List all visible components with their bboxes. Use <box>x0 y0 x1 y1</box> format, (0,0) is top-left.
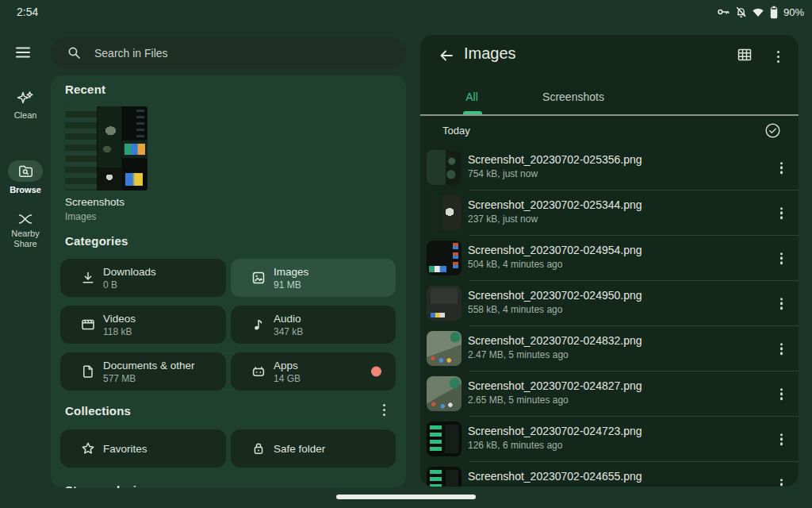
recent-heading: Recent <box>65 83 105 96</box>
sidebar-item-label: Browse <box>0 185 51 195</box>
gesture-navigation-bar[interactable] <box>336 495 476 499</box>
category-size: 14 GB <box>274 373 301 384</box>
file-row[interactable]: Screenshot_20230702-025344.png 237 kB, j… <box>420 190 799 236</box>
browse-panel: Recent Screenshots Images Categories Dow… <box>51 75 406 488</box>
file-row[interactable]: Screenshot_20230702-024950.png 558 kB, 4… <box>420 281 799 326</box>
category-size: 0 B <box>103 279 156 291</box>
file-meta: 2.65 MB, 5 minutes ago <box>468 394 569 406</box>
collection-safe-folder[interactable]: Safe folder <box>231 429 396 468</box>
category-label: Videos <box>103 313 136 325</box>
file-more-icon[interactable] <box>777 430 786 448</box>
collage-tile <box>122 140 147 158</box>
file-more-icon[interactable] <box>777 385 786 403</box>
file-name: Screenshot_20230702-024723.png <box>468 425 642 437</box>
file-meta: 237 kB, just now <box>468 214 538 225</box>
file-name: Screenshot_20230702-025344.png <box>468 198 642 211</box>
recent-item-subtitle: Images <box>65 211 96 222</box>
category-downloads[interactable]: Downloads0 B <box>60 259 226 297</box>
file-more-icon[interactable] <box>777 204 786 222</box>
category-images[interactable]: Images91 MB <box>231 259 396 297</box>
download-icon <box>81 271 95 285</box>
file-thumbnail <box>427 331 462 366</box>
file-thumbnail <box>427 195 462 230</box>
nav-rail: Clean Browse Nearby Share <box>0 24 51 508</box>
clock: 2:54 <box>17 6 38 18</box>
search-bar[interactable]: Search in Files <box>51 37 406 68</box>
category-label: Images <box>274 266 308 278</box>
file-more-icon[interactable] <box>777 249 786 267</box>
file-row[interactable]: Screenshot_20230702-024827.png 2.65 MB, … <box>420 371 799 417</box>
file-list: Screenshot_20230702-025356.png 754 kB, j… <box>420 145 799 487</box>
categories-heading: Categories <box>65 234 128 248</box>
sparkle-icon <box>0 90 51 107</box>
battery-icon <box>769 6 779 19</box>
file-meta: 504 kB, 4 minutes ago <box>468 259 562 270</box>
menu-icon[interactable] <box>16 47 30 58</box>
file-more-icon[interactable] <box>777 159 786 177</box>
category-label: Audio <box>274 313 303 325</box>
category-audio[interactable]: Audio347 kB <box>231 306 396 344</box>
music-note-icon <box>251 318 266 332</box>
folder-search-icon <box>18 164 33 178</box>
file-thumbnail <box>427 376 462 411</box>
file-row[interactable]: Screenshot_20230702-024954.png 504 kB, 4… <box>420 236 799 281</box>
file-meta: 754 kB, just now <box>468 168 538 179</box>
collections-more-icon[interactable] <box>380 401 389 419</box>
file-more-icon[interactable] <box>777 475 786 487</box>
collage-tile <box>65 106 97 190</box>
date-section-row: Today <box>420 115 799 145</box>
collage-tile <box>122 159 147 190</box>
status-bar: 2:54 90% <box>0 0 812 24</box>
date-section-label: Today <box>442 125 470 137</box>
collage-tile <box>98 168 121 190</box>
file-more-icon[interactable] <box>777 294 786 313</box>
category-size: 577 MB <box>103 373 195 384</box>
file-thumbnail <box>427 241 462 275</box>
grid-view-icon[interactable] <box>737 47 753 63</box>
file-meta: 126 kB, 6 minutes ago <box>468 440 562 451</box>
file-more-icon[interactable] <box>777 340 786 358</box>
sidebar-item-label-line2: Share <box>0 239 51 249</box>
notifications-off-icon <box>735 6 747 18</box>
collection-label: Favorites <box>103 443 147 455</box>
tab-screenshots[interactable]: Screenshots <box>523 79 623 114</box>
file-name: Screenshot_20230702-024655.png <box>468 470 642 483</box>
sidebar-item-nearby-share[interactable]: Nearby Share <box>0 213 51 249</box>
file-row[interactable]: Screenshot_20230702-025356.png 754 kB, j… <box>420 145 799 190</box>
sidebar-item-clean[interactable]: Clean <box>0 90 51 121</box>
collection-favorites[interactable]: Favorites <box>60 429 226 468</box>
collection-label: Safe folder <box>274 443 325 455</box>
category-size: 347 kB <box>274 326 303 337</box>
file-row[interactable]: Screenshot_20230702-024655.png <box>420 462 799 487</box>
collage-tile <box>122 106 147 140</box>
category-videos[interactable]: Videos118 kB <box>60 306 226 344</box>
star-icon <box>81 441 95 456</box>
file-row[interactable]: Screenshot_20230702-024832.png 2.47 MB, … <box>420 326 799 371</box>
document-icon <box>81 364 95 379</box>
search-icon <box>67 46 81 60</box>
status-icons: 90% <box>717 0 804 24</box>
sidebar-item-label-line1: Nearby <box>0 229 51 239</box>
sidebar-item-browse[interactable]: Browse <box>0 160 51 195</box>
tab-all[interactable]: All <box>420 79 523 114</box>
apps-notification-badge <box>371 367 381 377</box>
check-circle-icon[interactable] <box>764 122 781 139</box>
category-documents[interactable]: Documents & other577 MB <box>60 352 226 391</box>
search-placeholder: Search in Files <box>94 47 168 60</box>
file-thumbnail <box>427 150 462 185</box>
movie-icon <box>81 318 95 332</box>
images-panel: Images All Screenshots Today Screenshot_… <box>420 35 799 487</box>
back-icon[interactable] <box>438 47 455 64</box>
file-thumbnail <box>427 421 462 456</box>
category-label: Downloads <box>103 266 156 278</box>
android-icon <box>251 364 266 379</box>
recent-thumbnail[interactable] <box>65 106 147 190</box>
file-row[interactable]: Screenshot_20230702-024723.png 126 kB, 6… <box>420 417 799 462</box>
panel-more-icon[interactable] <box>774 48 783 66</box>
category-apps[interactable]: Apps14 GB <box>231 352 396 391</box>
collections-heading: Collections <box>65 404 131 418</box>
wifi-icon <box>752 6 764 18</box>
category-size: 118 kB <box>103 326 136 337</box>
recent-item-title[interactable]: Screenshots <box>65 196 124 208</box>
browse-active-pill <box>8 160 43 182</box>
